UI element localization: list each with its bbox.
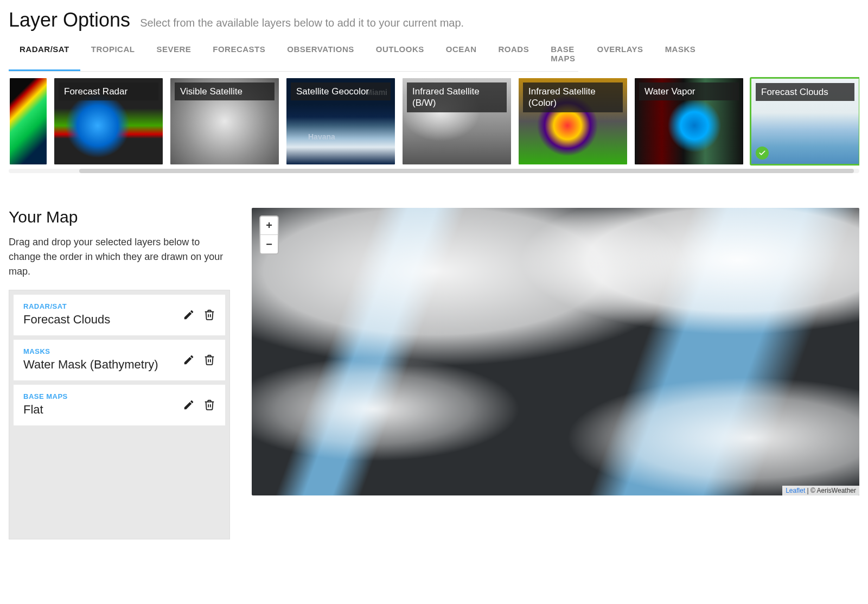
layer-item-category: RADAR/SAT: [23, 302, 110, 310]
layer-card-label: Satellite Geocolor: [291, 82, 391, 100]
selected-layers-list[interactable]: RADAR/SATForecast CloudsMASKSWater Mask …: [9, 290, 230, 539]
layer-card-forecast-clouds[interactable]: Forecast Clouds: [750, 77, 859, 166]
page-subtitle: Select from the available layers below t…: [140, 17, 464, 29]
attribution-link[interactable]: Leaflet: [786, 487, 805, 494]
layer-item-category: MASKS: [23, 347, 158, 355]
map-attribution: Leaflet | © AerisWeather: [782, 486, 859, 495]
layer-card-water-vapor[interactable]: Water Vapor: [634, 77, 744, 166]
layer-strip-scrollbar[interactable]: [9, 169, 859, 173]
tab-overlays[interactable]: OVERLAYS: [586, 38, 654, 71]
layer-card-partial[interactable]: [9, 77, 48, 166]
map-preview[interactable]: + − Leaflet | © AerisWeather: [252, 208, 859, 495]
layer-card-ir-color[interactable]: Infrared Satellite (Color): [518, 77, 628, 166]
tab-base-maps[interactable]: BASE MAPS: [540, 38, 586, 71]
zoom-in-button[interactable]: +: [260, 217, 278, 235]
your-map-description: Drag and drop your selected layers below…: [9, 235, 226, 279]
trash-icon[interactable]: [203, 399, 215, 411]
layer-item-name: Water Mask (Bathymetry): [23, 358, 158, 372]
layer-card-forecast-radar[interactable]: Forecast Radar: [53, 77, 164, 166]
layer-thumbnail: [10, 78, 47, 164]
scrollbar-thumb[interactable]: [79, 169, 854, 173]
tab-roads[interactable]: ROADS: [487, 38, 540, 71]
tab-forecasts[interactable]: FORECASTS: [202, 38, 276, 71]
layer-card-label: Forecast Radar: [59, 82, 158, 100]
edit-icon[interactable]: [183, 309, 195, 321]
trash-icon[interactable]: [203, 354, 215, 366]
tab-observations[interactable]: OBSERVATIONS: [276, 38, 365, 71]
layer-card-geocolor[interactable]: MiamiHavanaSatellite Geocolor: [285, 77, 396, 166]
tab-severe[interactable]: SEVERE: [145, 38, 202, 71]
edit-icon[interactable]: [183, 354, 195, 366]
layer-card-label: Visible Satellite: [175, 82, 275, 100]
layer-card-ir-bw[interactable]: Infrared Satellite (B/W): [401, 77, 512, 166]
trash-icon[interactable]: [203, 309, 215, 321]
city-label: Havana: [308, 132, 335, 141]
zoom-out-button[interactable]: −: [260, 235, 278, 253]
layer-card-label: Water Vapor: [639, 82, 739, 100]
your-map-title: Your Map: [9, 208, 230, 226]
selected-layer-item[interactable]: BASE MAPSFlat: [14, 385, 225, 425]
selected-layer-item[interactable]: RADAR/SATForecast Clouds: [14, 295, 225, 335]
page-title: Layer Options: [9, 9, 130, 31]
layer-item-category: BASE MAPS: [23, 392, 68, 400]
layer-card-label: Infrared Satellite (B/W): [407, 82, 507, 112]
layer-card-strip: Forecast RadarVisible SatelliteMiamiHava…: [9, 77, 859, 166]
layer-card-label: Forecast Clouds: [756, 83, 854, 101]
layer-item-name: Flat: [23, 403, 68, 417]
layer-card-visible-sat[interactable]: Visible Satellite: [169, 77, 280, 166]
layer-card-label: Infrared Satellite (Color): [523, 82, 623, 112]
tab-ocean[interactable]: OCEAN: [435, 38, 488, 71]
tab-tropical[interactable]: TROPICAL: [80, 38, 146, 71]
attribution-text: | © AerisWeather: [805, 487, 856, 494]
layer-item-name: Forecast Clouds: [23, 313, 110, 327]
edit-icon[interactable]: [183, 399, 195, 411]
selected-layer-item[interactable]: MASKSWater Mask (Bathymetry): [14, 340, 225, 380]
tab-masks[interactable]: MASKS: [654, 38, 707, 71]
tab-outlooks[interactable]: OUTLOOKS: [365, 38, 435, 71]
zoom-control: + −: [259, 215, 279, 255]
check-icon: [756, 147, 769, 160]
tab-radar-sat[interactable]: RADAR/SAT: [9, 38, 80, 71]
layer-category-tabs: RADAR/SATTROPICALSEVEREFORECASTSOBSERVAT…: [9, 38, 578, 72]
